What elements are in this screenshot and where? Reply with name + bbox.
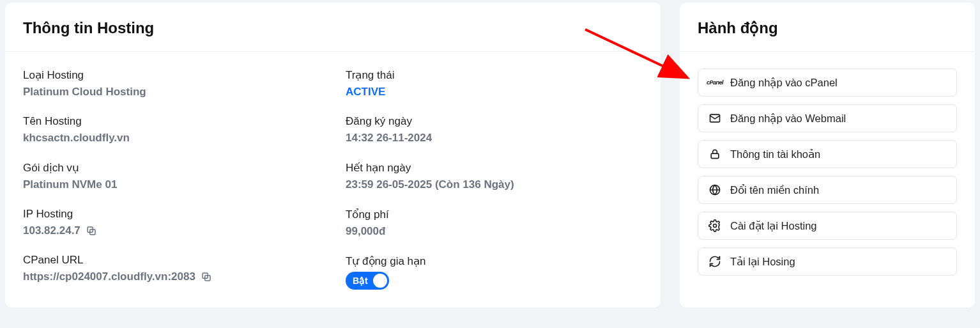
action-label: Thông tin tài khoản	[730, 148, 820, 160]
login-webmail-button[interactable]: Đăng nhập vào Webmail	[698, 104, 957, 132]
toggle-knob	[373, 274, 387, 288]
svg-rect-5	[711, 153, 719, 159]
action-label: Cài đặt lại Hosting	[730, 220, 817, 232]
reinstall-hosting-button[interactable]: Cài đặt lại Hosting	[698, 212, 957, 240]
cpanel-url-value: https://cp024007.cloudfly.vn:2083	[23, 270, 195, 283]
login-cpanel-button[interactable]: cPanel Đăng nhập vào cPanel	[698, 68, 957, 97]
autorenew-label: Tự động gia hạn	[346, 254, 643, 268]
account-info-button[interactable]: Thông tin tài khoản	[698, 140, 957, 168]
actions-title: Hành động	[698, 19, 957, 37]
reg-date-label: Đăng ký ngày	[346, 115, 643, 128]
hosting-name-value: khcsactn.cloudfly.vn	[23, 132, 320, 144]
hosting-name-label: Tên Hosting	[23, 115, 320, 128]
hosting-info-card: Thông tin Hosting Loại Hosting Platinum …	[5, 3, 661, 308]
globe-icon	[708, 184, 721, 196]
action-label: Đổi tên miền chính	[730, 184, 819, 196]
plan-label: Gói dịch vụ	[23, 161, 320, 175]
ip-label: IP Hosting	[23, 208, 320, 221]
status-value: ACTIVE	[346, 86, 643, 98]
hosting-type-label: Loại Hosting	[23, 68, 320, 82]
reload-hosting-button[interactable]: Tải lại Hosing	[698, 247, 957, 276]
gear-icon	[708, 219, 721, 232]
status-label: Trạng thái	[346, 68, 643, 82]
action-label: Đăng nhập vào Webmail	[730, 113, 846, 125]
svg-point-8	[714, 224, 717, 228]
cpanel-url-label: CPanel URL	[23, 254, 320, 267]
total-value: 99,000đ	[346, 225, 643, 238]
cpanel-icon: cPanel	[708, 76, 721, 89]
refresh-icon	[708, 255, 721, 268]
exp-date-value: 23:59 26-05-2025 (Còn 136 Ngày)	[346, 178, 643, 191]
total-label: Tổng phí	[346, 208, 643, 221]
mail-icon	[708, 112, 721, 125]
copy-ip-icon[interactable]	[86, 225, 97, 237]
hosting-info-header: Thông tin Hosting	[5, 3, 661, 52]
autorenew-toggle-label: Bật	[353, 276, 368, 286]
reg-date-value: 14:32 26-11-2024	[346, 132, 643, 144]
actions-header: Hành động	[680, 3, 975, 52]
exp-date-prefix: 23:59 26-05-2025 (Còn	[346, 178, 463, 191]
change-domain-button[interactable]: Đổi tên miền chính	[698, 176, 957, 204]
action-label: Tải lại Hosing	[730, 256, 795, 268]
actions-card: Hành động cPanel Đăng nhập vào cPanel Đă…	[680, 3, 975, 308]
hosting-type-value: Platinum Cloud Hosting	[23, 86, 320, 98]
hosting-info-left-column: Loại Hosting Platinum Cloud Hosting Tên …	[23, 68, 320, 290]
exp-date-days: 136	[463, 178, 480, 191]
plan-value: Platinum NVMe 01	[23, 178, 320, 191]
hosting-info-right-column: Trạng thái ACTIVE Đăng ký ngày 14:32 26-…	[346, 68, 643, 290]
action-label: Đăng nhập vào cPanel	[730, 77, 838, 89]
autorenew-toggle[interactable]: Bật	[346, 272, 389, 290]
copy-url-icon[interactable]	[201, 271, 212, 283]
lock-icon	[708, 148, 721, 160]
exp-date-suffix: Ngày)	[481, 178, 514, 191]
hosting-info-title: Thông tin Hosting	[23, 19, 643, 37]
ip-value: 103.82.24.7	[23, 224, 80, 237]
exp-date-label: Hết hạn ngày	[346, 161, 643, 175]
